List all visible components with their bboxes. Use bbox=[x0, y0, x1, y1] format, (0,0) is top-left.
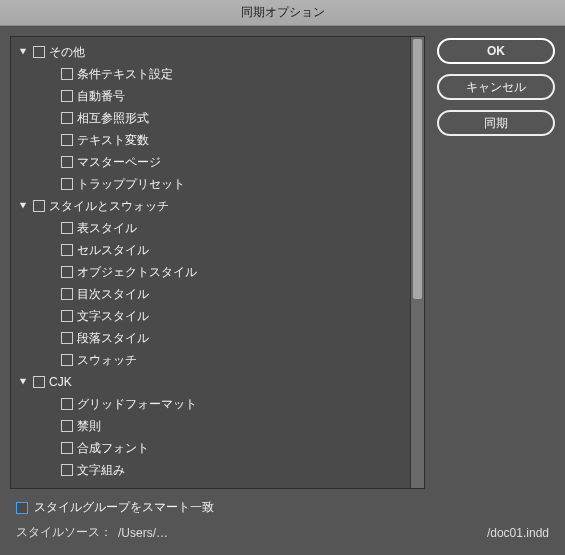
option-checkbox[interactable] bbox=[61, 266, 73, 278]
svg-marker-0 bbox=[20, 49, 26, 55]
option-checkbox[interactable] bbox=[61, 442, 73, 454]
tree-group[interactable]: CJK bbox=[11, 371, 410, 393]
sync-button[interactable]: 同期 bbox=[437, 110, 555, 136]
option-checkbox[interactable] bbox=[61, 112, 73, 124]
option-label: 文字スタイル bbox=[77, 308, 149, 325]
option-checkbox[interactable] bbox=[61, 156, 73, 168]
tree-item[interactable]: スウォッチ bbox=[11, 349, 410, 371]
style-source-file: /doc01.indd bbox=[487, 526, 549, 540]
tree-item[interactable]: 文字組み bbox=[11, 459, 410, 481]
tree-group[interactable]: スタイルとスウォッチ bbox=[11, 195, 410, 217]
option-label: 文字組み bbox=[77, 462, 125, 479]
tree-item[interactable]: 表スタイル bbox=[11, 217, 410, 239]
tree-item[interactable]: オブジェクトスタイル bbox=[11, 261, 410, 283]
option-label: スタイルとスウォッチ bbox=[49, 198, 169, 215]
option-checkbox[interactable] bbox=[61, 68, 73, 80]
option-label: 表スタイル bbox=[77, 220, 137, 237]
tree-item[interactable]: 合成フォント bbox=[11, 437, 410, 459]
tree-item[interactable]: 禁則 bbox=[11, 415, 410, 437]
dialog-title-text: 同期オプション bbox=[241, 4, 325, 21]
option-label: テキスト変数 bbox=[77, 132, 149, 149]
option-label: スウォッチ bbox=[77, 352, 137, 369]
option-checkbox[interactable] bbox=[61, 332, 73, 344]
option-label: 禁則 bbox=[77, 418, 101, 435]
option-label: 相互参照形式 bbox=[77, 110, 149, 127]
cancel-button-label: キャンセル bbox=[466, 79, 526, 96]
option-label: 目次スタイル bbox=[77, 286, 149, 303]
tree-item[interactable]: 目次スタイル bbox=[11, 283, 410, 305]
style-source-path: /Users/… bbox=[118, 526, 168, 540]
tree-item[interactable]: 条件テキスト設定 bbox=[11, 63, 410, 85]
svg-marker-2 bbox=[20, 379, 26, 385]
smart-match-checkbox[interactable] bbox=[16, 502, 28, 514]
option-label: セルスタイル bbox=[77, 242, 149, 259]
option-checkbox[interactable] bbox=[61, 398, 73, 410]
option-checkbox[interactable] bbox=[61, 354, 73, 366]
cancel-button[interactable]: キャンセル bbox=[437, 74, 555, 100]
disclosure-triangle-icon[interactable] bbox=[17, 48, 29, 56]
option-label: オブジェクトスタイル bbox=[77, 264, 197, 281]
option-checkbox[interactable] bbox=[61, 178, 73, 190]
sync-button-label: 同期 bbox=[484, 115, 508, 132]
option-checkbox[interactable] bbox=[61, 134, 73, 146]
ok-button-label: OK bbox=[487, 44, 505, 58]
scrollbar[interactable] bbox=[410, 37, 424, 488]
tree-group[interactable]: その他 bbox=[11, 41, 410, 63]
tree-item[interactable]: 文字スタイル bbox=[11, 305, 410, 327]
option-checkbox[interactable] bbox=[61, 244, 73, 256]
tree-item[interactable]: トラッププリセット bbox=[11, 173, 410, 195]
option-label: 合成フォント bbox=[77, 440, 149, 457]
smart-match-label: スタイルグループをスマート一致 bbox=[34, 499, 214, 516]
disclosure-triangle-icon[interactable] bbox=[17, 378, 29, 386]
option-checkbox[interactable] bbox=[61, 222, 73, 234]
svg-marker-1 bbox=[20, 203, 26, 209]
option-checkbox[interactable] bbox=[61, 90, 73, 102]
options-tree-container: その他条件テキスト設定自動番号相互参照形式テキスト変数マスターページトラッププリ… bbox=[10, 36, 425, 489]
disclosure-triangle-icon[interactable] bbox=[17, 202, 29, 210]
tree-item[interactable]: 段落スタイル bbox=[11, 327, 410, 349]
option-label: グリッドフォーマット bbox=[77, 396, 197, 413]
option-checkbox[interactable] bbox=[61, 310, 73, 322]
option-checkbox[interactable] bbox=[61, 420, 73, 432]
tree-item[interactable]: テキスト変数 bbox=[11, 129, 410, 151]
dialog-footer: スタイルグループをスマート一致 スタイルソース： /Users/… /doc01… bbox=[0, 489, 565, 555]
option-checkbox[interactable] bbox=[61, 464, 73, 476]
tree-item[interactable]: マスターページ bbox=[11, 151, 410, 173]
option-label: 条件テキスト設定 bbox=[77, 66, 173, 83]
option-label: その他 bbox=[49, 44, 85, 61]
option-label: トラッププリセット bbox=[77, 176, 185, 193]
tree-item[interactable]: グリッドフォーマット bbox=[11, 393, 410, 415]
option-label: 段落スタイル bbox=[77, 330, 149, 347]
option-checkbox[interactable] bbox=[33, 376, 45, 388]
option-checkbox[interactable] bbox=[33, 46, 45, 58]
option-label: マスターページ bbox=[77, 154, 161, 171]
option-label: CJK bbox=[49, 375, 72, 389]
dialog-title: 同期オプション bbox=[0, 0, 565, 26]
option-label: 自動番号 bbox=[77, 88, 125, 105]
dialog-buttons: OK キャンセル 同期 bbox=[437, 36, 555, 489]
style-source-label: スタイルソース： bbox=[16, 524, 112, 541]
options-tree[interactable]: その他条件テキスト設定自動番号相互参照形式テキスト変数マスターページトラッププリ… bbox=[11, 37, 410, 488]
option-checkbox[interactable] bbox=[33, 200, 45, 212]
tree-item[interactable]: 自動番号 bbox=[11, 85, 410, 107]
ok-button[interactable]: OK bbox=[437, 38, 555, 64]
option-checkbox[interactable] bbox=[61, 288, 73, 300]
tree-item[interactable]: 相互参照形式 bbox=[11, 107, 410, 129]
scrollbar-thumb[interactable] bbox=[413, 39, 422, 299]
tree-item[interactable]: セルスタイル bbox=[11, 239, 410, 261]
